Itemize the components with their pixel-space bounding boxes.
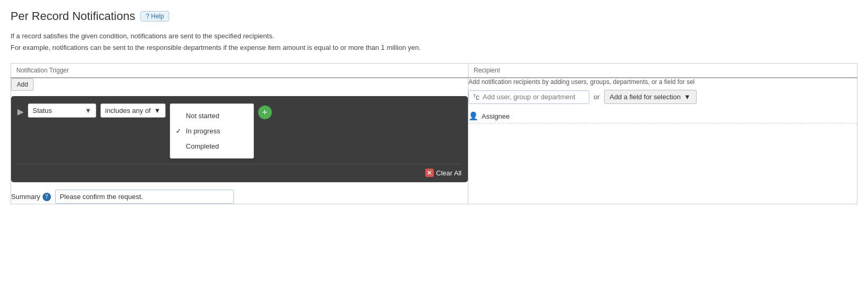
clear-all-button[interactable]: ✕ Clear All bbox=[425, 169, 462, 177]
operator-dropdown[interactable]: includes any of ▼ bbox=[100, 103, 166, 118]
recipient-input-row: ᵀc or Add a field for selection ▼ bbox=[468, 90, 857, 104]
help-button[interactable]: ? Help bbox=[140, 11, 169, 22]
or-label: or bbox=[594, 93, 600, 101]
assignee-row: 👤 Assignee bbox=[468, 109, 857, 123]
field-select-dropdown-arrow: ▼ bbox=[684, 93, 691, 101]
recipient-input[interactable] bbox=[483, 93, 583, 101]
field-label: Status bbox=[33, 107, 52, 114]
col-header-recipient: Recipient bbox=[468, 64, 857, 78]
recipient-input-wrap: ᵀc bbox=[468, 90, 589, 104]
values-dropdown-panel: Not started In progress Completed bbox=[170, 103, 254, 159]
page-title: Per Record Notifications bbox=[11, 9, 135, 23]
summary-label: Summary ? bbox=[11, 193, 51, 201]
recipient-cell: Add notification recipients by adding us… bbox=[468, 78, 857, 204]
dropdown-item-not-started[interactable]: Not started bbox=[170, 108, 253, 123]
page-description: If a record satisfies the given conditio… bbox=[11, 30, 857, 54]
summary-help-icon[interactable]: ? bbox=[43, 193, 51, 201]
dropdown-item-in-progress[interactable]: In progress bbox=[170, 123, 253, 139]
condition-block: ▶ Status ▼ includes any of ▼ bbox=[11, 96, 468, 182]
assignee-label: Assignee bbox=[482, 112, 509, 120]
add-trigger-button[interactable]: Add bbox=[11, 78, 34, 91]
operator-label: includes any of bbox=[105, 107, 151, 114]
field-dropdown-arrow: ▼ bbox=[85, 107, 91, 114]
assignee-icon: 👤 bbox=[468, 111, 478, 121]
recipient-description: Add notification recipients by adding us… bbox=[468, 78, 857, 86]
summary-row: Summary ? bbox=[11, 190, 468, 204]
tc-icon: ᵀc bbox=[473, 93, 479, 101]
add-condition-button[interactable]: + bbox=[258, 106, 272, 119]
operator-dropdown-arrow: ▼ bbox=[154, 107, 161, 114]
field-dropdown[interactable]: Status ▼ bbox=[28, 103, 96, 118]
add-field-selection-button[interactable]: Add a field for selection ▼ bbox=[604, 90, 697, 104]
summary-input[interactable] bbox=[55, 190, 234, 204]
col-header-trigger: Notification Trigger bbox=[11, 64, 468, 78]
trigger-cell: Add ▶ Status ▼ includes any of bbox=[11, 78, 468, 204]
clear-x-icon: ✕ bbox=[425, 169, 434, 177]
main-table: Notification Trigger Recipient Add ▶ Sta… bbox=[11, 63, 857, 204]
dropdown-item-completed[interactable]: Completed bbox=[170, 139, 253, 154]
left-arrow-icon: ▶ bbox=[17, 107, 24, 117]
